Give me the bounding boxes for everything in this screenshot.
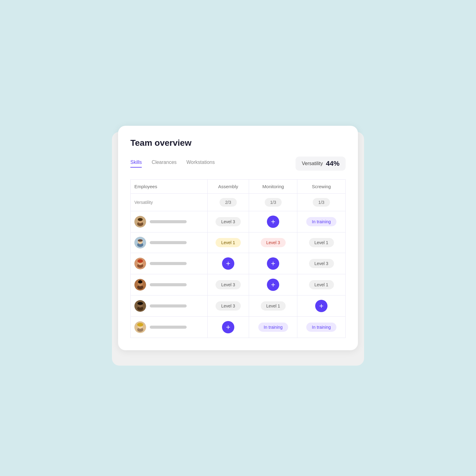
screwing-cell: Level 3 [297, 253, 346, 274]
name-bar [150, 241, 187, 244]
table-row: + In training In training [131, 317, 346, 338]
versatility-assembly: 2/3 [207, 194, 249, 211]
versatility-row-label: Versatility [131, 194, 208, 211]
screwing-cell: In training [297, 317, 346, 338]
skill-badge: Level 1 [309, 238, 334, 247]
table-row: + + Level 3 [131, 253, 346, 274]
skill-badge: Level 3 [216, 301, 240, 311]
avatar [134, 279, 146, 291]
versatility-monitoring: 1/3 [249, 194, 297, 211]
employee-cell [131, 274, 208, 296]
versatility-value: 44% [326, 160, 339, 168]
avatar [134, 300, 146, 312]
skill-badge: Level 1 [309, 280, 334, 289]
employee-cell [131, 232, 208, 253]
add-skill-button[interactable]: + [267, 257, 279, 270]
versatility-label: Versatility [302, 161, 323, 166]
skill-badge: Level 3 [216, 217, 240, 226]
versatility-badge: Versatility 44% [296, 157, 346, 171]
assembly-cell: + [207, 253, 249, 274]
svg-point-11 [137, 259, 143, 263]
table-row: Level 3 Level 1 + [131, 296, 346, 317]
skills-table: Employees Assembly Monitoring Screwing V… [130, 179, 346, 338]
screwing-cell: In training [297, 211, 346, 232]
col-screwing: Screwing [297, 180, 346, 194]
table-row: Level 3 + Level 1 [131, 274, 346, 296]
employee-cell [131, 211, 208, 232]
add-skill-button[interactable]: + [267, 216, 279, 228]
main-card: Team overview Skills Clearances Workstat… [118, 126, 358, 350]
tab-skills[interactable]: Skills [130, 160, 142, 168]
skill-badge: Level 1 [216, 238, 240, 247]
header-row: Skills Clearances Workstations Versatili… [130, 157, 346, 171]
page-wrapper: Team overview Skills Clearances Workstat… [106, 113, 370, 363]
monitoring-cell: + [249, 211, 297, 232]
versatility-row: Versatility 2/3 1/3 1/3 [131, 194, 346, 211]
skill-badge: In training [258, 323, 288, 332]
monitoring-cell: + [249, 253, 297, 274]
tab-workstations[interactable]: Workstations [186, 160, 215, 168]
skill-badge: In training [306, 217, 336, 226]
name-bar [150, 304, 187, 307]
svg-point-20 [137, 302, 143, 305]
monitoring-cell: Level 3 [249, 232, 297, 253]
skill-badge: Level 3 [261, 238, 286, 247]
employee-cell [131, 253, 208, 274]
add-skill-button[interactable]: + [315, 300, 327, 312]
employee-cell [131, 317, 208, 338]
assembly-cell: Level 3 [207, 296, 249, 317]
tabs-container: Skills Clearances Workstations [130, 160, 215, 168]
skill-badge: Level 3 [309, 259, 334, 268]
assembly-cell: Level 3 [207, 211, 249, 232]
svg-point-24 [137, 323, 143, 327]
add-skill-button[interactable]: + [222, 257, 234, 270]
screwing-cell: Level 1 [297, 232, 346, 253]
assembly-cell: Level 3 [207, 274, 249, 296]
avatar [134, 258, 146, 269]
assembly-cell: + [207, 317, 249, 338]
assembly-cell: Level 1 [207, 232, 249, 253]
employee-cell [131, 296, 208, 317]
screwing-cell: + [297, 296, 346, 317]
page-title: Team overview [130, 138, 346, 148]
avatar [134, 321, 146, 333]
monitoring-cell: Level 1 [249, 296, 297, 317]
svg-point-7 [138, 239, 143, 242]
monitoring-cell: In training [249, 317, 297, 338]
table-header-row: Employees Assembly Monitoring Screwing [131, 180, 346, 194]
col-assembly: Assembly [207, 180, 249, 194]
add-skill-button[interactable]: + [267, 279, 279, 291]
table-row: Level 1 Level 3 Level 1 [131, 232, 346, 253]
svg-point-3 [138, 218, 143, 221]
avatar [134, 237, 146, 248]
name-bar [150, 326, 187, 329]
skill-badge: Level 1 [261, 301, 286, 311]
col-employees: Employees [131, 180, 208, 194]
avatar [134, 216, 146, 228]
skill-badge: In training [306, 323, 336, 332]
skill-badge: Level 3 [216, 280, 240, 289]
col-monitoring: Monitoring [249, 180, 297, 194]
monitoring-cell: + [249, 274, 297, 296]
screwing-cell: Level 1 [297, 274, 346, 296]
svg-point-16 [139, 280, 141, 282]
name-bar [150, 220, 187, 223]
table-row: Level 3 + In training [131, 211, 346, 232]
name-bar [150, 262, 187, 265]
name-bar [150, 283, 187, 286]
tab-clearances[interactable]: Clearances [152, 160, 177, 168]
add-skill-button[interactable]: + [222, 321, 234, 333]
versatility-screwing: 1/3 [297, 194, 346, 211]
